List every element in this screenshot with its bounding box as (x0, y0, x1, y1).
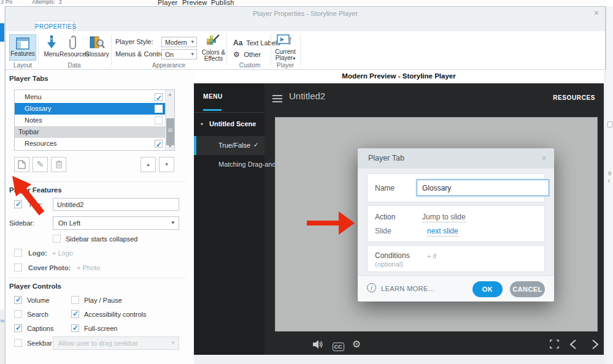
play-pause-checkbox[interactable] (71, 296, 79, 304)
edit-tab-button[interactable]: ✎ (33, 157, 48, 172)
ok-button[interactable]: OK (472, 281, 503, 297)
current-player-button[interactable] (276, 33, 295, 48)
chevron-down-icon: ▾ (191, 39, 194, 45)
close-icon[interactable]: × (594, 9, 599, 17)
captions-checkbox[interactable] (14, 324, 22, 332)
cover-photo-checkbox[interactable] (14, 264, 22, 271)
colors-effects-button[interactable] (206, 34, 220, 48)
move-tab-down-button[interactable]: ▾ (159, 157, 174, 172)
slide-item-true-false[interactable]: True/False ✓ (194, 136, 264, 155)
title-label: Title: (28, 201, 42, 208)
title-input[interactable] (53, 199, 179, 210)
fullscreen-icon[interactable] (550, 339, 562, 351)
chevron-down-icon: ▾ (171, 339, 174, 346)
glossary-button[interactable] (87, 35, 107, 50)
player-tab-dialog: Player Tab × Name Action Jump to slide S… (358, 148, 554, 301)
colors-effects-label[interactable]: Colors & Effects (198, 50, 229, 62)
background-fragment: r (608, 178, 610, 184)
list-item-resources[interactable]: Resources (15, 138, 165, 150)
features-icon (16, 37, 29, 50)
group-label-appearance: Appearance (111, 62, 226, 69)
scroll-down-icon[interactable]: ▼ (166, 144, 174, 148)
seekbar-label: Seekbar (27, 339, 52, 347)
preview-title: Modern Preview - Storyline Player (194, 70, 604, 83)
current-player-label[interactable]: Current Player▾ (272, 49, 299, 62)
menu-preview[interactable]: Preview (182, 0, 207, 6)
settings-gear-icon[interactable]: ⚙ (350, 338, 363, 349)
menu-checkbox[interactable] (155, 93, 163, 101)
player-style-dropdown[interactable]: Modern ▾ (161, 37, 197, 47)
scene-caret-icon[interactable]: ▾ (201, 121, 203, 127)
fullscreen-checkbox[interactable] (71, 324, 79, 332)
tab-properties[interactable]: PROPERTIES (34, 21, 74, 31)
group-label-layout: Layout (9, 62, 36, 69)
scroll-up-icon[interactable]: ▲ (166, 92, 174, 96)
menu-button[interactable] (42, 35, 61, 50)
notes-checkbox[interactable] (155, 116, 163, 124)
action-value-link[interactable]: Jump to slide (422, 213, 466, 222)
learn-more-link[interactable]: LEARN MORE... (381, 285, 434, 292)
scrollbar-thumb[interactable] (166, 118, 174, 145)
caret-down-icon: ▾ (165, 161, 168, 167)
list-group-topbar[interactable]: Topbar (15, 126, 165, 138)
name-input[interactable] (417, 180, 549, 195)
previous-slide-icon[interactable] (569, 339, 582, 351)
cover-photo-add-link[interactable]: + Photo (77, 264, 100, 271)
resources-button[interactable] (64, 34, 83, 50)
divider (271, 34, 271, 66)
volume-checkbox[interactable] (14, 296, 22, 304)
menu-player[interactable]: Player (158, 0, 177, 6)
accessibility-label: Accessibility controls (84, 311, 146, 318)
close-icon[interactable]: × (541, 153, 547, 162)
slide-item-matching[interactable]: Matching Drag-and-... (194, 155, 264, 174)
list-scrollbar[interactable]: ▲ ▼ (165, 90, 174, 150)
action-label: Action (375, 213, 395, 221)
search-checkbox[interactable] (14, 310, 22, 318)
text-labels-aa-icon: Aa (233, 39, 242, 47)
divider (111, 34, 112, 66)
cancel-button[interactable]: CANCEL (510, 281, 545, 297)
glossary-checkbox[interactable] (155, 105, 163, 113)
menu-tab[interactable]: MENU (203, 93, 223, 100)
menus-controls-dropdown[interactable]: On ▾ (161, 49, 197, 59)
volume-icon[interactable] (312, 339, 325, 351)
other-button[interactable]: ⚙ Other (233, 50, 261, 59)
trash-icon (55, 160, 63, 169)
next-slide-icon[interactable] (592, 339, 604, 351)
resources-tab[interactable]: RESOURCES (553, 94, 595, 101)
list-item-notes[interactable]: Notes (15, 115, 165, 126)
sidebar-label: Sidebar: (9, 219, 34, 227)
accessibility-checkbox[interactable] (71, 310, 79, 318)
sidebar-value: On Left (58, 219, 80, 227)
slide-value-link[interactable]: next slide (427, 227, 458, 237)
visited-check-icon: ✓ (253, 141, 259, 149)
screen: z Po Attempts: 2 Player Preview Publish … (0, 0, 613, 364)
add-condition-link[interactable]: + if (427, 252, 436, 260)
list-item-glossary[interactable]: Glossary (15, 103, 165, 115)
sidebar-dropdown[interactable]: On Left ▾ (53, 216, 179, 230)
title-checkbox[interactable] (14, 200, 22, 208)
player-tabs-list[interactable]: Menu Glossary Notes Topbar Resources (14, 89, 175, 151)
resources-checkbox[interactable] (155, 140, 163, 148)
text-labels-button[interactable]: Aa Text Labels (233, 39, 280, 47)
move-tab-up-button[interactable]: ▴ (141, 157, 156, 172)
logo-add-link[interactable]: + Logo (52, 249, 73, 257)
menu-publish[interactable]: Publish (211, 0, 234, 6)
list-item-menu[interactable]: Menu (15, 91, 165, 103)
hamburger-icon[interactable] (272, 95, 282, 102)
window-titlebar[interactable]: Player Properties - Storyline Player × (6, 7, 605, 21)
add-tab-button[interactable] (14, 157, 29, 172)
divider (9, 181, 186, 182)
player-style-label: Player Style: (115, 38, 153, 45)
scene-title[interactable]: Untitled Scene (209, 120, 256, 127)
dialog-header[interactable]: Player Tab × (358, 148, 554, 169)
logo-checkbox[interactable] (14, 249, 22, 257)
player-features-header: Player Features (9, 186, 62, 194)
seekbar-checkbox[interactable] (14, 339, 22, 347)
delete-tab-button[interactable] (51, 157, 66, 172)
glossary-button-label[interactable]: Glossary (82, 51, 112, 58)
captions-icon[interactable]: CC (332, 340, 344, 351)
features-button[interactable]: Features (9, 34, 36, 61)
chevron-down-icon: ▾ (293, 56, 295, 61)
sidebar-collapsed-checkbox[interactable] (53, 235, 61, 243)
